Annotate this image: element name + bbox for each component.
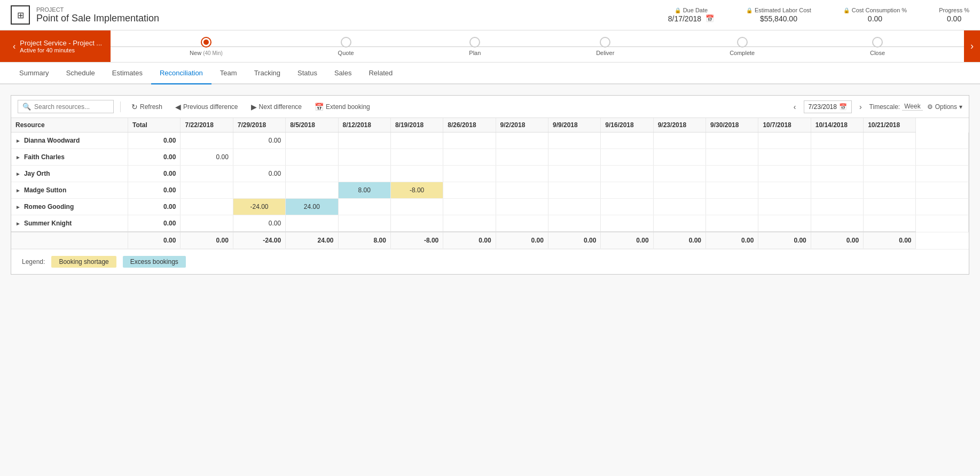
stage-item-new[interactable]: New (40 Min) [190,37,223,56]
stage-label-deliver: Deliver [596,50,614,56]
legend: Legend: Booking shortage Excess bookings [11,249,969,274]
date-cell [496,215,548,232]
stage-item-plan[interactable]: Plan [469,37,481,56]
stage-next-button[interactable]: › [964,30,980,62]
col-header-9-30: 9/30/2018 [706,118,758,132]
date-cell [390,166,443,182]
date-cell [601,132,653,149]
table-row: ►Madge Sutton0.008.00-8.00 [11,182,969,199]
tab-estimates[interactable]: Estimates [104,63,151,84]
tab-navigation: Summary Schedule Estimates Reconciliatio… [0,63,980,84]
totals-cell: 0.00 [653,232,705,249]
table-row: ►Jay Orth0.000.00 [11,166,969,182]
date-cell [916,199,969,215]
total-cell: 0.00 [128,182,181,199]
date-cell: 0.00 [233,215,285,232]
tab-schedule[interactable]: Schedule [58,63,104,84]
date-cell [916,166,969,182]
resource-cell[interactable]: ►Madge Sutton [11,182,128,199]
tab-summary[interactable]: Summary [11,63,58,84]
project-name: Point of Sale Implementation [36,13,159,24]
resource-cell[interactable]: ►Summer Knight [11,215,128,232]
date-cell [181,199,233,215]
stage-prev-button[interactable]: ‹ [9,42,20,51]
row-expand-icon[interactable]: ► [15,221,21,227]
tab-status[interactable]: Status [289,63,326,84]
stage-item-close[interactable]: Close [870,37,885,56]
stage-item-quote[interactable]: Quote [338,37,354,56]
prev-difference-button[interactable]: ◀ Previous difference [171,100,242,113]
date-cell [706,149,758,166]
tab-reconciliation[interactable]: Reconciliation [151,63,211,84]
cost-consumption-field: 🔒 Cost Consumption % 0.00 [843,7,907,23]
date-next-button[interactable]: › [856,102,865,112]
refresh-button[interactable]: ↻ Refresh [127,100,167,113]
stage-item-complete[interactable]: Complete [730,37,755,56]
lock-icon-labor: 🔒 [746,7,752,13]
progress-field: Progress % 0.00 [939,7,969,23]
date-cell [811,215,863,232]
date-prev-button[interactable]: ‹ [790,102,799,112]
totals-row: 0.000.00-24.0024.008.00-8.000.000.000.00… [11,232,969,249]
legend-item-booking-shortage: Booking shortage [51,256,116,268]
date-cell [548,199,600,215]
extend-booking-button[interactable]: 📅 Extend booking [310,100,374,113]
totals-cell: -8.00 [390,232,443,249]
stage-label-quote: Quote [338,50,354,56]
stage-circle-new [201,37,211,48]
date-cell [864,166,916,182]
timescale-value[interactable]: Week [902,103,922,111]
resource-cell[interactable]: ►Romeo Gooding [11,199,128,215]
resource-cell[interactable]: ►Faith Charles [11,149,128,166]
col-header-9-23: 9/23/2018 [653,118,705,132]
pipeline-line [111,46,964,47]
col-header-8-12: 8/12/2018 [338,118,390,132]
row-expand-icon[interactable]: ► [15,204,21,210]
tab-related[interactable]: Related [360,63,401,84]
date-cell: 0.00 [233,132,285,149]
stage-item-deliver[interactable]: Deliver [596,37,614,56]
date-cell [601,166,653,182]
estimated-labor-cost-value: $55,840.00 [746,14,811,23]
date-cell [286,182,338,199]
date-cell [338,166,390,182]
total-cell: 0.00 [128,199,181,215]
refresh-icon: ↻ [131,103,138,111]
col-header-resource: Resource [11,118,128,132]
date-picker[interactable]: 7/23/2018 📅 [804,100,852,113]
calendar-icon-due[interactable]: 📅 [705,14,714,22]
prev-diff-icon: ◀ [175,103,181,111]
tab-team[interactable]: Team [211,63,246,84]
search-resources-input[interactable] [34,103,109,111]
search-icon: 🔍 [22,103,31,111]
next-difference-button[interactable]: ▶ Next difference [247,100,307,113]
table-row: ►Romeo Gooding0.00-24.0024.00 [11,199,969,215]
col-header-7-22: 7/22/2018 [181,118,233,132]
row-expand-icon[interactable]: ► [15,171,21,177]
totals-cell: 0.00 [601,232,653,249]
row-expand-icon[interactable]: ► [15,188,21,193]
totals-cell: 0.00 [181,232,233,249]
col-header-8-26: 8/26/2018 [443,118,496,132]
totals-cell: 0.00 [864,232,916,249]
date-cell: 8.00 [338,182,390,199]
stage-pipeline: New (40 Min) Quote Plan Deliver Complete… [111,37,964,56]
col-header-10-14: 10/14/2018 [811,118,863,132]
date-cell [601,182,653,199]
grid-table: Resource Total 7/22/2018 7/29/2018 8/5/2… [11,118,969,249]
date-cell [390,199,443,215]
date-cell [601,149,653,166]
search-resources-box[interactable]: 🔍 [18,100,114,113]
date-cell [706,132,758,149]
date-cell [653,182,705,199]
options-button[interactable]: ⚙ Options ▾ [927,103,962,111]
row-expand-icon[interactable]: ► [15,138,21,144]
tab-sales[interactable]: Sales [326,63,360,84]
progress-value: 0.00 [939,14,969,23]
row-expand-icon[interactable]: ► [15,154,21,160]
date-cell [443,182,496,199]
resource-cell[interactable]: ►Jay Orth [11,166,128,182]
tab-tracking[interactable]: Tracking [246,63,289,84]
resource-cell[interactable]: ►Dianna Woodward [11,132,128,149]
active-stage-label: Project Service - Project ... [20,39,102,47]
